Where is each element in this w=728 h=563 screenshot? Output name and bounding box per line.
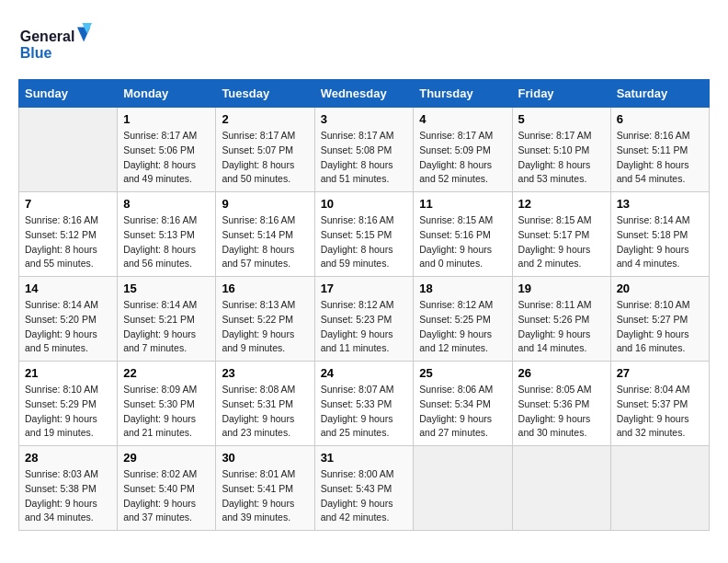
day-number: 7: [25, 197, 111, 211]
day-cell: 5Sunrise: 8:17 AMSunset: 5:10 PMDaylight…: [512, 108, 610, 192]
day-number: 28: [25, 451, 111, 465]
day-cell: 11Sunrise: 8:15 AMSunset: 5:16 PMDayligh…: [414, 192, 512, 277]
sunset-label: Sunset: 5:17 PM: [518, 229, 590, 240]
logo: General Blue: [18, 18, 92, 64]
sunset-label: Sunset: 5:12 PM: [25, 229, 97, 240]
page-header: General Blue: [18, 18, 710, 64]
day-number: 27: [617, 366, 703, 380]
day-number: 3: [321, 112, 408, 126]
daylight-label: Daylight: 8 hours and 59 minutes.: [321, 244, 393, 270]
weekday-header-saturday: Saturday: [610, 80, 709, 108]
day-cell: 18Sunrise: 8:12 AMSunset: 5:25 PMDayligh…: [414, 277, 512, 362]
sunset-label: Sunset: 5:10 PM: [518, 144, 590, 155]
daylight-label: Daylight: 9 hours and 21 minutes.: [123, 413, 196, 439]
day-number: 26: [518, 366, 605, 380]
day-info: Sunrise: 8:12 AMSunset: 5:23 PMDaylight:…: [321, 298, 408, 356]
day-cell: 30Sunrise: 8:01 AMSunset: 5:41 PMDayligh…: [216, 446, 314, 531]
sunrise-label: Sunrise: 8:12 AM: [419, 299, 493, 310]
day-info: Sunrise: 8:09 AMSunset: 5:30 PMDaylight:…: [123, 383, 210, 441]
sunset-label: Sunset: 5:29 PM: [25, 398, 97, 409]
day-info: Sunrise: 8:01 AMSunset: 5:41 PMDaylight:…: [222, 467, 308, 525]
day-number: 18: [419, 282, 506, 295]
day-info: Sunrise: 8:17 AMSunset: 5:08 PMDaylight:…: [321, 129, 408, 187]
day-number: 25: [419, 366, 506, 380]
day-cell: 29Sunrise: 8:02 AMSunset: 5:40 PMDayligh…: [118, 446, 216, 531]
sunrise-label: Sunrise: 8:13 AM: [222, 299, 295, 310]
sunrise-label: Sunrise: 8:01 AM: [222, 468, 295, 479]
day-info: Sunrise: 8:03 AMSunset: 5:38 PMDaylight:…: [25, 467, 111, 525]
daylight-label: Daylight: 9 hours and 4 minutes.: [617, 244, 689, 270]
sunrise-label: Sunrise: 8:02 AM: [123, 468, 197, 479]
daylight-label: Daylight: 8 hours and 56 minutes.: [123, 244, 196, 270]
svg-text:General: General: [20, 29, 75, 44]
sunset-label: Sunset: 5:07 PM: [222, 144, 293, 155]
sunrise-label: Sunrise: 8:12 AM: [321, 299, 394, 310]
sunrise-label: Sunrise: 8:06 AM: [419, 384, 493, 395]
day-info: Sunrise: 8:12 AMSunset: 5:25 PMDaylight:…: [419, 298, 506, 356]
sunset-label: Sunset: 5:34 PM: [419, 398, 491, 409]
daylight-label: Daylight: 8 hours and 49 minutes.: [123, 159, 196, 185]
sunset-label: Sunset: 5:09 PM: [419, 144, 491, 155]
day-info: Sunrise: 8:08 AMSunset: 5:31 PMDaylight:…: [222, 383, 308, 441]
sunrise-label: Sunrise: 8:17 AM: [222, 130, 295, 141]
svg-text:Blue: Blue: [20, 45, 52, 61]
day-cell: 3Sunrise: 8:17 AMSunset: 5:08 PMDaylight…: [314, 108, 414, 192]
day-info: Sunrise: 8:16 AMSunset: 5:15 PMDaylight:…: [321, 213, 408, 271]
weekday-header-wednesday: Wednesday: [314, 80, 414, 108]
day-cell: 22Sunrise: 8:09 AMSunset: 5:30 PMDayligh…: [118, 362, 216, 446]
sunset-label: Sunset: 5:27 PM: [617, 314, 688, 325]
day-number: 11: [419, 197, 506, 211]
day-number: 2: [222, 112, 308, 126]
week-row-3: 14Sunrise: 8:14 AMSunset: 5:20 PMDayligh…: [19, 277, 710, 362]
sunset-label: Sunset: 5:13 PM: [123, 229, 195, 240]
sunrise-label: Sunrise: 8:10 AM: [617, 299, 690, 310]
sunrise-label: Sunrise: 8:15 AM: [518, 214, 592, 225]
day-cell: [414, 446, 512, 531]
logo-svg: General Blue: [18, 18, 92, 64]
weekday-header-monday: Monday: [118, 80, 216, 108]
week-row-5: 28Sunrise: 8:03 AMSunset: 5:38 PMDayligh…: [19, 446, 710, 531]
weekday-header-sunday: Sunday: [19, 80, 118, 108]
day-info: Sunrise: 8:14 AMSunset: 5:20 PMDaylight:…: [25, 298, 111, 356]
sunset-label: Sunset: 5:25 PM: [419, 314, 491, 325]
day-cell: 20Sunrise: 8:10 AMSunset: 5:27 PMDayligh…: [610, 277, 709, 362]
sunrise-label: Sunrise: 8:16 AM: [321, 214, 394, 225]
day-number: 17: [321, 282, 408, 295]
daylight-label: Daylight: 9 hours and 42 minutes.: [321, 498, 393, 523]
sunset-label: Sunset: 5:18 PM: [617, 229, 688, 240]
weekday-header-row: SundayMondayTuesdayWednesdayThursdayFrid…: [19, 80, 710, 108]
sunrise-label: Sunrise: 8:15 AM: [419, 214, 493, 225]
sunset-label: Sunset: 5:11 PM: [617, 144, 688, 155]
day-cell: 17Sunrise: 8:12 AMSunset: 5:23 PMDayligh…: [314, 277, 414, 362]
day-info: Sunrise: 8:04 AMSunset: 5:37 PMDaylight:…: [617, 383, 703, 441]
day-info: Sunrise: 8:05 AMSunset: 5:36 PMDaylight:…: [518, 383, 605, 441]
daylight-label: Daylight: 9 hours and 16 minutes.: [617, 328, 689, 354]
day-cell: 27Sunrise: 8:04 AMSunset: 5:37 PMDayligh…: [610, 362, 709, 446]
daylight-label: Daylight: 8 hours and 50 minutes.: [222, 159, 294, 185]
day-info: Sunrise: 8:17 AMSunset: 5:06 PMDaylight:…: [123, 129, 210, 187]
day-info: Sunrise: 8:07 AMSunset: 5:33 PMDaylight:…: [321, 383, 408, 441]
day-info: Sunrise: 8:13 AMSunset: 5:22 PMDaylight:…: [222, 298, 308, 356]
sunset-label: Sunset: 5:20 PM: [25, 314, 97, 325]
day-cell: 28Sunrise: 8:03 AMSunset: 5:38 PMDayligh…: [19, 446, 118, 531]
sunrise-label: Sunrise: 8:10 AM: [25, 384, 98, 395]
day-info: Sunrise: 8:11 AMSunset: 5:26 PMDaylight:…: [518, 298, 605, 356]
sunrise-label: Sunrise: 8:17 AM: [419, 130, 493, 141]
day-cell: 7Sunrise: 8:16 AMSunset: 5:12 PMDaylight…: [19, 192, 118, 277]
sunset-label: Sunset: 5:16 PM: [419, 229, 491, 240]
sunrise-label: Sunrise: 8:07 AM: [321, 384, 394, 395]
daylight-label: Daylight: 9 hours and 34 minutes.: [25, 498, 97, 523]
day-info: Sunrise: 8:02 AMSunset: 5:40 PMDaylight:…: [123, 467, 210, 525]
weekday-header-friday: Friday: [512, 80, 610, 108]
daylight-label: Daylight: 9 hours and 5 minutes.: [25, 328, 97, 354]
sunrise-label: Sunrise: 8:14 AM: [617, 214, 690, 225]
day-number: 1: [123, 112, 210, 126]
day-cell: 12Sunrise: 8:15 AMSunset: 5:17 PMDayligh…: [512, 192, 610, 277]
daylight-label: Daylight: 9 hours and 39 minutes.: [222, 498, 294, 523]
day-number: 29: [123, 451, 210, 465]
sunrise-label: Sunrise: 8:04 AM: [617, 384, 690, 395]
daylight-label: Daylight: 9 hours and 7 minutes.: [123, 328, 196, 354]
day-cell: [610, 446, 709, 531]
daylight-label: Daylight: 9 hours and 11 minutes.: [321, 328, 393, 354]
day-info: Sunrise: 8:17 AMSunset: 5:07 PMDaylight:…: [222, 129, 308, 187]
